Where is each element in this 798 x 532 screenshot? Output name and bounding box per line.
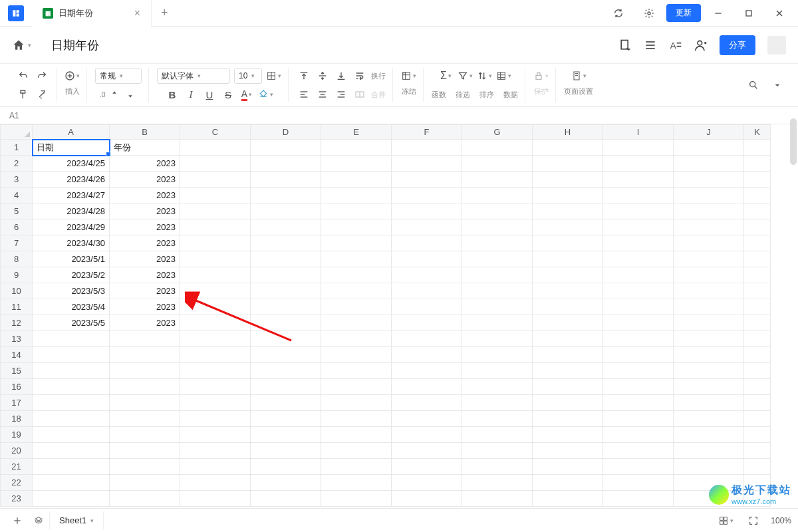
cell[interactable] (110, 331, 180, 347)
cell[interactable] (110, 363, 180, 379)
row-header[interactable]: 2 (1, 156, 33, 172)
cell[interactable] (744, 203, 771, 219)
cell[interactable] (321, 156, 392, 172)
share-button[interactable]: 分享 (720, 35, 755, 55)
cell[interactable] (533, 347, 603, 363)
cell[interactable] (674, 203, 744, 219)
cell[interactable] (392, 299, 462, 315)
cell[interactable] (392, 251, 462, 267)
cell[interactable] (392, 443, 462, 459)
cell[interactable] (180, 491, 251, 507)
cell[interactable] (533, 203, 603, 219)
zoom-level[interactable]: 100% (771, 516, 791, 525)
cell[interactable] (603, 475, 674, 491)
cell[interactable] (251, 140, 321, 156)
cell[interactable] (110, 459, 180, 475)
user-avatar[interactable] (767, 36, 786, 55)
filter-icon[interactable]: ▾ (458, 68, 473, 83)
new-tab-button[interactable]: + (152, 6, 178, 20)
cell[interactable] (180, 203, 251, 219)
cell[interactable] (251, 363, 321, 379)
column-header[interactable]: I (603, 125, 674, 140)
decrease-decimal-icon[interactable] (107, 87, 122, 102)
cell[interactable] (110, 475, 180, 491)
row-header[interactable]: 11 (1, 299, 33, 315)
cell[interactable] (674, 395, 744, 411)
cell[interactable] (533, 443, 603, 459)
cell[interactable] (462, 427, 533, 443)
row-header[interactable]: 6 (1, 219, 33, 235)
cell[interactable] (180, 140, 251, 156)
cell[interactable] (392, 315, 462, 331)
cell[interactable] (674, 140, 744, 156)
cell[interactable] (462, 299, 533, 315)
cell[interactable] (392, 283, 462, 299)
cell[interactable] (392, 459, 462, 475)
cell[interactable] (674, 331, 744, 347)
cell[interactable] (603, 379, 674, 395)
cell[interactable] (462, 251, 533, 267)
cell[interactable]: 日期 (33, 140, 110, 156)
cell[interactable] (603, 491, 674, 507)
cell[interactable] (251, 203, 321, 219)
cell[interactable] (180, 443, 251, 459)
cell[interactable] (180, 427, 251, 443)
cell[interactable] (462, 235, 533, 251)
cell[interactable] (180, 219, 251, 235)
cell[interactable] (110, 347, 180, 363)
cell[interactable] (180, 283, 251, 299)
page-setup-icon[interactable]: ▾ (571, 68, 587, 83)
cell[interactable] (321, 251, 392, 267)
borders-icon[interactable]: ▾ (266, 68, 281, 83)
protect-icon[interactable]: ▾ (533, 68, 549, 83)
cell[interactable] (321, 491, 392, 507)
cell[interactable]: 2023 (110, 235, 180, 251)
cell[interactable] (674, 188, 744, 203)
cell[interactable]: 2023/5/4 (33, 299, 110, 315)
cell[interactable] (180, 188, 251, 203)
cell[interactable] (603, 315, 674, 331)
cell[interactable] (33, 475, 110, 491)
cell[interactable] (321, 267, 392, 283)
cell[interactable]: 2023/4/29 (33, 219, 110, 235)
cell[interactable] (533, 427, 603, 443)
cell[interactable] (462, 395, 533, 411)
bold-icon[interactable]: B (165, 87, 180, 102)
cell[interactable] (180, 363, 251, 379)
sort-icon[interactable]: ▾ (477, 68, 492, 83)
cell[interactable] (603, 219, 674, 235)
cell[interactable] (33, 459, 110, 475)
sheet-list-icon[interactable] (28, 510, 49, 531)
cell[interactable] (33, 363, 110, 379)
settings-icon[interactable] (636, 0, 662, 27)
add-collaborator-icon[interactable] (694, 39, 708, 52)
cell[interactable] (251, 251, 321, 267)
cell[interactable] (33, 411, 110, 427)
fullscreen-icon[interactable] (743, 510, 764, 531)
cell[interactable] (674, 235, 744, 251)
font-family-select[interactable]: 默认字体▾ (157, 68, 230, 84)
insert-plus-icon[interactable]: ▾ (65, 68, 80, 83)
row-header[interactable]: 13 (1, 331, 33, 347)
cell[interactable] (533, 188, 603, 203)
cell[interactable]: 2023/4/30 (33, 235, 110, 251)
cell[interactable] (251, 411, 321, 427)
increase-decimal-icon[interactable] (123, 87, 138, 102)
align-middle-icon[interactable] (315, 68, 330, 83)
cell[interactable] (33, 347, 110, 363)
cell[interactable] (603, 331, 674, 347)
cell[interactable] (744, 267, 771, 283)
view-mode-icon[interactable]: ▾ (715, 510, 736, 531)
vertical-scrollbar[interactable] (790, 117, 797, 489)
cell[interactable] (603, 411, 674, 427)
column-header[interactable]: G (462, 125, 533, 140)
cell[interactable] (744, 379, 771, 395)
cell[interactable]: 2023 (110, 172, 180, 188)
cell[interactable]: 2023/5/1 (33, 251, 110, 267)
cell[interactable] (180, 347, 251, 363)
row-header[interactable]: 14 (1, 347, 33, 363)
align-bottom-icon[interactable] (334, 68, 348, 83)
cell[interactable] (603, 235, 674, 251)
cell[interactable] (251, 299, 321, 315)
row-header[interactable]: 10 (1, 283, 33, 299)
